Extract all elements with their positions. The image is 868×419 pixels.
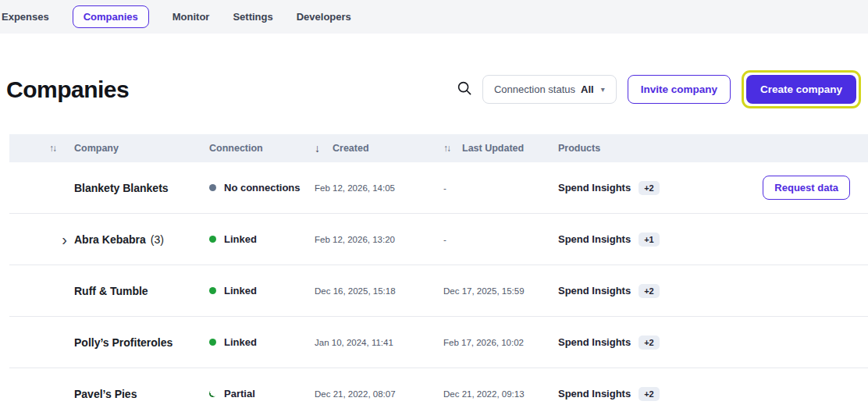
column-header-connection: Connection: [209, 143, 263, 154]
table-row[interactable]: Pavel’s Pies Partial Dec 21, 2022, 08:07…: [9, 368, 868, 419]
last-updated-date: -: [443, 183, 558, 193]
column-header-created[interactable]: Created: [333, 143, 369, 154]
page-header: Companies Connection status All ▾ Invite…: [6, 70, 861, 108]
top-nav: ExpensesCompaniesMonitorSettingsDevelope…: [0, 0, 868, 34]
connection-status-label: No connections: [224, 182, 301, 194]
company-name: Blankety Blankets: [74, 182, 169, 194]
created-date: Dec 21, 2022, 08:07: [315, 389, 443, 399]
last-updated-date: Feb 17, 2026, 10:02: [443, 338, 558, 347]
company-name: Polly’s Profiteroles: [74, 336, 173, 349]
connection-status-icon: [209, 184, 216, 191]
search-icon: [457, 81, 471, 98]
column-header-products: Products: [558, 143, 600, 154]
connection-status-icon: [209, 287, 216, 294]
expand-chevron-icon[interactable]: ›: [62, 232, 67, 247]
product-count-badge: +2: [639, 181, 660, 195]
column-header-company[interactable]: Company: [74, 143, 119, 154]
product-name: Spend Insights: [558, 285, 631, 296]
last-updated-date: Dec 17, 2025, 15:59: [443, 286, 558, 296]
nav-item-developers[interactable]: Developers: [297, 11, 351, 23]
connection-status-icon: [209, 339, 216, 346]
filter-label: Connection status: [494, 83, 575, 95]
chevron-down-icon: ▾: [601, 85, 605, 94]
table-header: ↑↓ Company Connection ↓ Created ↑↓ Last …: [9, 134, 868, 162]
invite-company-button[interactable]: Invite company: [628, 75, 731, 104]
connection-status-icon: [209, 236, 216, 243]
company-name: Abra Kebabra: [74, 233, 146, 246]
product-count-badge: +2: [639, 387, 660, 401]
product-count-badge: +1: [639, 233, 660, 247]
sort-desc-icon-created[interactable]: ↓: [315, 142, 320, 154]
page-title: Companies: [6, 76, 129, 103]
table-row[interactable]: › Abra Kebabra(3) Linked Feb 12, 2026, 1…: [9, 214, 868, 265]
company-name: Pavel’s Pies: [74, 388, 137, 400]
created-date: Jan 10, 2024, 11:41: [315, 338, 443, 347]
create-company-button[interactable]: Create company: [746, 75, 856, 104]
last-updated-date: Dec 21, 2022, 09:13: [443, 389, 558, 399]
product-name: Spend Insights: [558, 336, 631, 348]
filter-value: All: [581, 83, 594, 95]
product-name: Spend Insights: [558, 233, 631, 245]
product-count-badge: +2: [639, 284, 660, 298]
nav-item-companies[interactable]: Companies: [73, 5, 149, 28]
table-body: Blankety Blankets No connections Feb 12,…: [9, 162, 868, 419]
header-controls: Connection status All ▾ Invite company C…: [457, 70, 861, 108]
search-button[interactable]: [457, 81, 471, 98]
connection-status-label: Linked: [224, 285, 257, 296]
connection-status-filter[interactable]: Connection status All ▾: [482, 75, 617, 104]
last-updated-date: -: [443, 235, 558, 244]
highlight-annotation: Create company: [742, 70, 861, 108]
table-row[interactable]: Blankety Blankets No connections Feb 12,…: [9, 162, 868, 214]
company-name: Ruff & Tumble: [74, 285, 148, 297]
connection-status-label: Partial: [224, 388, 255, 399]
nav-item-monitor[interactable]: Monitor: [173, 11, 210, 23]
created-date: Dec 16, 2025, 15:18: [315, 286, 443, 296]
companies-table: ↑↓ Company Connection ↓ Created ↑↓ Last …: [9, 134, 868, 419]
table-row[interactable]: Polly’s Profiteroles Linked Jan 10, 2024…: [9, 317, 868, 368]
column-header-last-updated[interactable]: Last Updated: [462, 143, 524, 154]
product-name: Spend Insights: [558, 388, 631, 399]
sort-icon-last-updated[interactable]: ↑↓: [443, 143, 450, 154]
created-date: Feb 12, 2026, 13:20: [315, 235, 443, 244]
company-count: (3): [151, 233, 164, 246]
table-row[interactable]: Ruff & Tumble Linked Dec 16, 2025, 15:18…: [9, 265, 868, 317]
connection-status-label: Linked: [224, 336, 257, 348]
product-name: Spend Insights: [558, 182, 631, 194]
connection-status-icon: [209, 390, 216, 397]
nav-item-expenses[interactable]: Expenses: [2, 11, 49, 23]
sort-icon-company[interactable]: ↑↓: [49, 143, 55, 154]
product-count-badge: +2: [639, 336, 660, 350]
request-data-button[interactable]: Request data: [763, 176, 850, 200]
connection-status-label: Linked: [224, 233, 257, 245]
nav-item-settings[interactable]: Settings: [233, 11, 272, 23]
created-date: Feb 12, 2026, 14:05: [315, 183, 443, 193]
